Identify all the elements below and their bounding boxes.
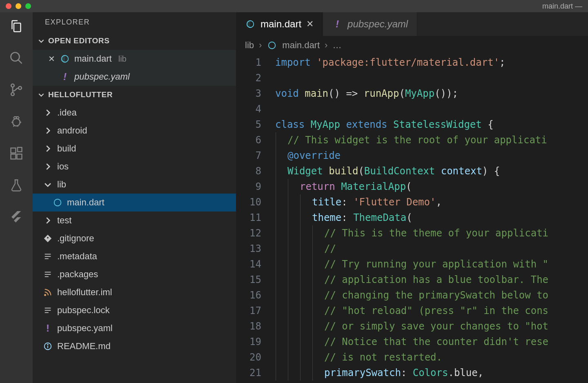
minimize-window-button[interactable] xyxy=(16,3,21,9)
svg-point-12 xyxy=(54,199,61,206)
code-content[interactable]: import 'package:flutter/material.dart';v… xyxy=(275,55,588,383)
folder-ios[interactable]: ios xyxy=(33,158,236,176)
maximize-window-button[interactable] xyxy=(25,3,31,9)
code-line[interactable]: import 'package:flutter/material.dart'; xyxy=(275,55,588,70)
line-number: 19 xyxy=(236,334,261,350)
tree-item-label: android xyxy=(57,125,87,136)
code-line[interactable]: // is not restarted. xyxy=(275,350,588,365)
chevron-down-icon xyxy=(38,37,45,45)
code-line[interactable]: // Try running your application with " xyxy=(275,256,588,272)
tree-item-label: .metadata xyxy=(57,251,97,262)
line-number: 18 xyxy=(236,318,261,334)
code-line[interactable]: // application has a blue toolbar. The xyxy=(275,272,588,287)
code-line[interactable]: primarySwatch: Colors.blue, xyxy=(275,365,588,381)
code-editor[interactable]: 123456789101112131415161718192021 import… xyxy=(236,55,588,383)
code-line[interactable]: title: 'Flutter Demo', xyxy=(275,194,588,210)
breadcrumb[interactable]: lib › main.dart › … xyxy=(236,36,588,55)
svg-rect-8 xyxy=(11,154,16,159)
chevron-right-icon xyxy=(42,107,53,118)
tab-main-dart[interactable]: main.dart ✕ xyxy=(236,12,323,36)
text-file-icon xyxy=(42,251,53,262)
extensions-icon[interactable] xyxy=(8,145,24,162)
close-icon[interactable]: ✕ xyxy=(306,19,314,29)
tree-item-label: pubspec.lock xyxy=(57,305,109,316)
line-number: 20 xyxy=(236,350,261,365)
code-line[interactable]: return MaterialApp( xyxy=(275,179,588,194)
file--metadata[interactable]: .metadata xyxy=(33,247,236,265)
folder--idea[interactable]: .idea xyxy=(33,104,236,122)
code-line[interactable]: // "hot reload" (press "r" in the cons xyxy=(275,303,588,318)
code-line[interactable]: // This widget is the root of your appli… xyxy=(275,132,588,148)
open-editor-main-dart[interactable]: ✕ main.dart lib xyxy=(33,50,236,68)
test-icon[interactable] xyxy=(8,177,24,194)
code-line[interactable]: // xyxy=(275,241,588,256)
svg-point-27 xyxy=(269,42,276,49)
folder-android[interactable]: android xyxy=(33,122,236,140)
code-line[interactable]: void main() => runApp(MyApp()); xyxy=(275,86,588,101)
code-line[interactable]: Widget build(BuildContext context) { xyxy=(275,163,588,179)
svg-point-19 xyxy=(45,294,46,296)
text-file-icon xyxy=(42,305,53,316)
code-line[interactable]: // or simply save your changes to "hot xyxy=(275,318,588,334)
line-number: 6 xyxy=(236,132,261,148)
readme-file-icon xyxy=(42,341,53,352)
folder-build[interactable]: build xyxy=(33,140,236,158)
close-window-button[interactable] xyxy=(6,3,11,9)
line-number-gutter: 123456789101112131415161718192021 xyxy=(236,55,275,383)
code-line[interactable] xyxy=(275,70,588,86)
breadcrumb-more[interactable]: … xyxy=(332,40,341,51)
flutter-icon[interactable] xyxy=(8,209,24,225)
search-icon[interactable] xyxy=(8,50,24,66)
tree-item-label: .gitignore xyxy=(57,233,94,244)
line-number: 12 xyxy=(236,225,261,241)
project-name-label: HELLOFLUTTER xyxy=(48,90,113,99)
file--gitignore[interactable]: .gitignore xyxy=(33,229,236,247)
code-line[interactable] xyxy=(275,101,588,117)
chevron-right-icon xyxy=(42,125,53,136)
debug-icon[interactable] xyxy=(8,114,24,130)
line-number: 16 xyxy=(236,287,261,303)
file-pubspec-lock[interactable]: pubspec.lock xyxy=(33,301,236,319)
tree-item-label: lib xyxy=(57,179,66,190)
code-line[interactable]: // changing the primarySwatch below to xyxy=(275,287,588,303)
line-number: 5 xyxy=(236,117,261,132)
line-number: 13 xyxy=(236,241,261,256)
tab-bar: main.dart ✕ ! pubspec.yaml xyxy=(236,12,588,36)
yaml-file-icon: ! xyxy=(332,19,343,29)
breadcrumb-folder[interactable]: lib xyxy=(245,40,254,51)
file-main-dart[interactable]: main.dart xyxy=(33,194,236,212)
line-number: 3 xyxy=(236,86,261,101)
sidebar-title: EXPLORER xyxy=(33,12,236,32)
folder-lib[interactable]: lib xyxy=(33,176,236,194)
open-editors-header[interactable]: OPEN EDITORS xyxy=(33,32,236,50)
tab-label: pubspec.yaml xyxy=(347,18,408,30)
line-number: 7 xyxy=(236,148,261,163)
iml-file-icon xyxy=(42,287,53,298)
file--packages[interactable]: .packages xyxy=(33,265,236,283)
svg-point-0 xyxy=(11,53,20,61)
tree-item-label: build xyxy=(57,143,76,154)
project-header[interactable]: HELLOFLUTTER xyxy=(33,86,236,104)
line-number: 17 xyxy=(236,303,261,318)
folder-test[interactable]: test xyxy=(33,212,236,229)
line-number: 9 xyxy=(236,179,261,194)
code-line[interactable]: class MyApp extends StatelessWidget { xyxy=(275,117,588,132)
code-line[interactable]: theme: ThemeData( xyxy=(275,210,588,225)
tree-item-label: helloflutter.iml xyxy=(57,287,112,298)
file-helloflutter-iml[interactable]: helloflutter.iml xyxy=(33,283,236,301)
code-line[interactable]: @override xyxy=(275,148,588,163)
code-line[interactable]: // Notice that the counter didn't rese xyxy=(275,334,588,350)
line-number: 2 xyxy=(236,70,261,86)
source-control-icon[interactable] xyxy=(8,82,24,98)
line-number: 11 xyxy=(236,210,261,225)
svg-point-4 xyxy=(18,87,22,90)
file-pubspec-yaml[interactable]: !pubspec.yaml xyxy=(33,319,236,337)
code-line[interactable]: // This is the theme of your applicati xyxy=(275,225,588,241)
tab-pubspec-yaml[interactable]: ! pubspec.yaml xyxy=(323,12,417,36)
close-icon[interactable]: ✕ xyxy=(47,54,56,64)
open-editor-pubspec-yaml[interactable]: ! pubspec.yaml xyxy=(33,68,236,86)
file-readme-md[interactable]: README.md xyxy=(33,337,236,355)
breadcrumb-file[interactable]: main.dart xyxy=(282,40,320,51)
open-editor-filename: main.dart xyxy=(74,53,112,64)
explorer-icon[interactable] xyxy=(8,18,24,34)
